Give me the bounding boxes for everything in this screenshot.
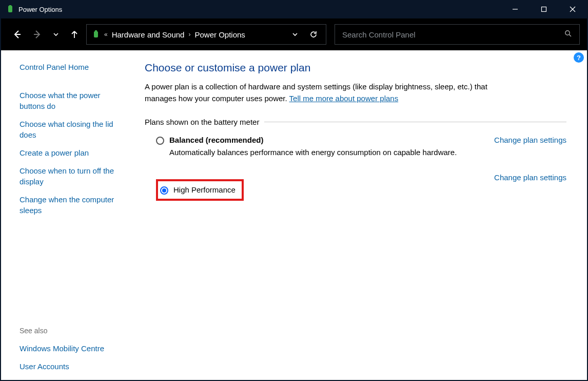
see-also-user-accounts[interactable]: User Accounts	[19, 361, 125, 372]
svg-rect-0	[8, 6, 12, 12]
sidebar-link-turn-off-display[interactable]: Choose when to turn off the display	[19, 165, 125, 187]
plan-name-balanced[interactable]: Balanced (recommended)	[169, 136, 263, 144]
change-plan-settings-link[interactable]: Change plan settings	[494, 173, 566, 182]
search-icon	[564, 30, 572, 39]
plans-label-text: Plans shown on the battery meter	[145, 118, 259, 126]
forward-button[interactable]	[29, 26, 46, 43]
back-button[interactable]	[8, 26, 26, 43]
search-input[interactable]	[342, 30, 564, 39]
breadcrumb-level-1[interactable]: Hardware and Sound	[112, 30, 185, 39]
page-heading: Choose or customise a power plan	[145, 62, 566, 74]
radio-high-performance[interactable]	[160, 186, 168, 195]
address-dropdown[interactable]	[288, 31, 302, 38]
chevron-left-icon: «	[104, 31, 108, 38]
search-box[interactable]	[335, 24, 580, 45]
svg-rect-1	[9, 5, 11, 6]
svg-rect-3	[542, 7, 546, 12]
sidebar-link-computer-sleeps[interactable]: Change when the computer sleeps	[19, 194, 125, 216]
plan-name-high-performance[interactable]: High Performance	[173, 185, 236, 194]
highlight-annotation: High Performance	[156, 179, 244, 201]
close-button[interactable]	[558, 0, 587, 18]
radio-balanced[interactable]	[156, 137, 164, 145]
see-also-label: See also	[19, 327, 125, 335]
breadcrumb-level-2[interactable]: Power Options	[194, 30, 245, 39]
minimize-button[interactable]	[501, 0, 530, 18]
sidebar: Control Panel Home Choose what the power…	[1, 50, 134, 380]
plan-description-balanced: Automatically balances performance with …	[169, 148, 467, 157]
sidebar-link-power-buttons[interactable]: Choose what the power buttons do	[19, 90, 125, 111]
nav-toolbar: « Hardware and Sound › Power Options	[1, 18, 587, 50]
battery-icon	[92, 30, 100, 39]
tell-me-more-link[interactable]: Tell me more about power plans	[289, 94, 399, 103]
address-bar[interactable]: « Hardware and Sound › Power Options	[86, 24, 326, 45]
power-plan-high-performance: Change plan settings High Performance	[145, 167, 566, 201]
window-controls	[501, 0, 587, 18]
titlebar: Power Options	[1, 0, 587, 18]
svg-rect-9	[95, 30, 97, 31]
refresh-button[interactable]	[306, 30, 321, 39]
power-plan-balanced: Change plan settings Balanced (recommend…	[145, 136, 566, 157]
content-area: ? Control Panel Home Choose what the pow…	[1, 50, 587, 380]
window-title: Power Options	[18, 6, 501, 13]
see-also-mobility-centre[interactable]: Windows Mobility Centre	[19, 343, 125, 354]
sidebar-link-closing-lid[interactable]: Choose what closing the lid does	[19, 119, 125, 140]
recent-dropdown[interactable]	[49, 26, 63, 43]
main-panel: Choose or customise a power plan A power…	[134, 50, 587, 380]
svg-rect-8	[94, 31, 98, 37]
up-button[interactable]	[66, 26, 83, 43]
app-icon	[6, 5, 14, 13]
plans-section-label: Plans shown on the battery meter	[145, 118, 566, 126]
divider	[264, 122, 566, 122]
svg-point-10	[565, 31, 570, 35]
page-description: A power plan is a collection of hardware…	[145, 81, 504, 104]
control-panel-home-link[interactable]: Control Panel Home	[19, 62, 125, 72]
change-plan-settings-link[interactable]: Change plan settings	[494, 136, 566, 144]
sidebar-link-create-plan[interactable]: Create a power plan	[19, 147, 125, 158]
chevron-right-icon: ›	[188, 31, 190, 38]
svg-line-11	[569, 34, 571, 36]
maximize-button[interactable]	[530, 0, 558, 18]
